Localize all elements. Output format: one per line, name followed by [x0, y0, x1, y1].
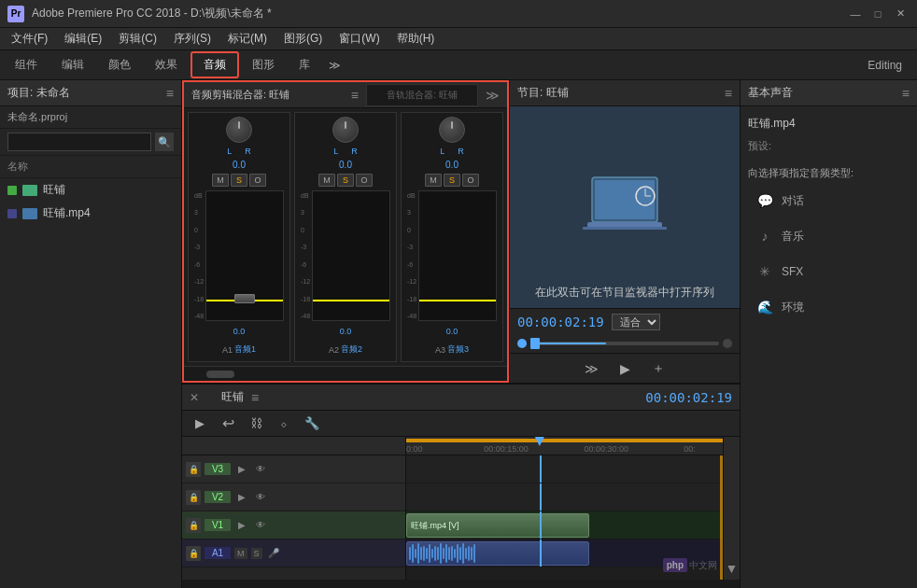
selection-tool-button[interactable]: ▶: [190, 413, 210, 434]
menu-clip[interactable]: 剪辑(C): [111, 29, 164, 49]
audio-mixer-panel: 音频剪辑混合器: 旺铺 ≡ 音轨混合器: 旺铺 ≫ L R 0.0 M: [182, 80, 509, 383]
fader-track-2[interactable]: [312, 190, 390, 321]
timeline-close-icon[interactable]: ✕: [190, 391, 199, 404]
track-header-v1: 🔒 V1 ▶ 👁: [182, 511, 405, 539]
a1-solo-button[interactable]: S: [251, 548, 262, 559]
playhead-circle-right[interactable]: [723, 339, 732, 348]
razor-tool-button[interactable]: 🔧: [302, 413, 322, 434]
channel-3-knob[interactable]: [439, 117, 465, 143]
scroll-thumb[interactable]: [206, 371, 234, 378]
tab-color[interactable]: 颜色: [97, 53, 142, 77]
dialog-icon: 💬: [755, 191, 774, 210]
tab-audio[interactable]: 音频: [190, 51, 239, 78]
audio-type-ambience[interactable]: 🌊 环境: [748, 292, 910, 322]
menu-graphics[interactable]: 图形(G): [276, 29, 330, 49]
v2-lock-button[interactable]: 🔒: [186, 490, 201, 505]
project-panel-menu-icon[interactable]: ≡: [166, 86, 174, 101]
channel-2-solo[interactable]: S: [337, 174, 354, 187]
essential-sound-header: 基本声音 ≡: [741, 80, 917, 106]
transport-play-button[interactable]: ▶: [614, 357, 636, 380]
tab-edit[interactable]: 编辑: [50, 53, 95, 77]
project-search-input[interactable]: [7, 133, 151, 151]
track-header-v3: 🔒 V3 ▶ 👁: [182, 455, 405, 483]
playhead-circle-left[interactable]: [517, 339, 527, 348]
timeline-menu-icon[interactable]: ≡: [251, 390, 259, 405]
channel-1-knob[interactable]: [226, 117, 252, 143]
track-header-v2: 🔒 V2 ▶ 👁: [182, 483, 405, 511]
program-monitor-panel: 节目: 旺铺 ≡: [509, 80, 740, 383]
channel-2-output[interactable]: O: [356, 174, 373, 187]
tabs-more-button[interactable]: ≫: [323, 55, 346, 76]
transport-add-button[interactable]: ＋: [647, 357, 670, 380]
minimize-button[interactable]: —: [846, 5, 865, 23]
v2-eye-button[interactable]: 👁: [253, 490, 268, 505]
menu-marker[interactable]: 标记(M): [220, 29, 275, 49]
php-site-text: 中文网: [689, 559, 717, 572]
channel-3-buttons: M S O: [425, 174, 479, 187]
monitor-playhead-slider[interactable]: [530, 342, 719, 345]
audio-type-sfx[interactable]: ✳ SFX: [748, 257, 910, 287]
fader-scale-3: dB 3 0 -3 -6 -12 -18 -48: [407, 190, 416, 321]
maximize-button[interactable]: □: [868, 5, 887, 23]
close-button[interactable]: ✕: [891, 5, 910, 23]
v2-track-icon[interactable]: ▶: [234, 490, 249, 505]
channel-3-solo[interactable]: S: [444, 174, 460, 187]
v3-track-icon[interactable]: ▶: [234, 462, 249, 477]
menu-sequence[interactable]: 序列(S): [166, 29, 219, 49]
channel-1-label: A1 音频1: [220, 342, 258, 357]
channel-1-output[interactable]: O: [249, 174, 266, 187]
audio-type-dialog[interactable]: 💬 对话: [748, 186, 910, 216]
audio-type-music[interactable]: ♪ 音乐: [748, 221, 910, 251]
project-search-button[interactable]: 🔍: [155, 133, 174, 151]
video-clip-v1[interactable]: 旺铺.mp4 [V]: [406, 513, 589, 538]
channel-2-knob[interactable]: [332, 117, 359, 143]
v1-lock-button[interactable]: 🔒: [186, 518, 201, 533]
list-item[interactable]: 旺铺: [0, 178, 181, 202]
menu-help[interactable]: 帮助(H): [389, 29, 443, 49]
tab-graphics[interactable]: 图形: [241, 53, 286, 77]
channel-3-output[interactable]: O: [462, 174, 479, 187]
v3-eye-button[interactable]: 👁: [253, 462, 268, 477]
monitor-menu-icon[interactable]: ≡: [725, 86, 732, 101]
audio-mixer-menu-icon[interactable]: ≡: [351, 88, 359, 103]
tab-effects[interactable]: 效果: [144, 53, 189, 77]
transport-forward-button[interactable]: ≫: [580, 357, 602, 380]
channel-2-mute[interactable]: M: [318, 174, 335, 187]
tab-assembly[interactable]: 组件: [4, 53, 49, 77]
mixer-scrollbar[interactable]: [184, 366, 507, 381]
channel-3-name: 音频3: [447, 343, 469, 356]
essential-sound-title: 基本声音: [748, 85, 902, 101]
window-title: Adobe Premiere Pro CC 2018 - D:\视频\未命名 *: [32, 6, 839, 21]
v1-eye-button[interactable]: 👁: [253, 518, 268, 533]
channel-3-mute[interactable]: M: [425, 174, 442, 187]
timeline-scroll-down[interactable]: ▼: [726, 561, 739, 576]
menu-edit[interactable]: 编辑(E): [57, 29, 109, 49]
channel-1-fader: dB 3 0 -3 -6 -12 -18 -48: [190, 190, 288, 321]
v1-track-icon[interactable]: ▶: [234, 518, 249, 533]
fader-track-3[interactable]: [418, 190, 497, 321]
back-tool-button[interactable]: ↩: [218, 413, 238, 434]
link-tool-button[interactable]: ⛓: [246, 413, 266, 434]
essential-sound-menu-icon[interactable]: ≡: [902, 86, 910, 101]
editing-workspace-label[interactable]: Editing: [856, 55, 913, 76]
a1-mute-button[interactable]: M: [234, 548, 247, 559]
monitor-bottom-caption: 在此双击可在节目监视器中打开序列: [535, 285, 714, 301]
channel-1-solo[interactable]: S: [231, 174, 247, 187]
fader-track-1[interactable]: [205, 190, 284, 321]
fader-handle-1[interactable]: [234, 294, 255, 303]
list-item[interactable]: 旺铺.mp4: [0, 202, 181, 225]
mixer-expand-icon[interactable]: ≫: [486, 88, 500, 103]
audio-clip-a1[interactable]: [406, 541, 589, 566]
channel-1-lr: L R: [227, 147, 257, 156]
menu-window[interactable]: 窗口(W): [332, 29, 387, 49]
monitor-fit-dropdown[interactable]: 适合: [612, 314, 660, 330]
channel-1-mute[interactable]: M: [212, 174, 229, 187]
v3-lock-button[interactable]: 🔒: [186, 462, 201, 477]
marker-tool-button[interactable]: ⬦: [274, 413, 294, 434]
php-badge: php: [663, 558, 687, 572]
tab-library[interactable]: 库: [288, 53, 321, 77]
menu-file[interactable]: 文件(F): [4, 29, 55, 49]
a1-lock-button[interactable]: 🔒: [186, 546, 201, 561]
channel-3-lr: L R: [440, 147, 470, 156]
channel-3-fader: dB 3 0 -3 -6 -12 -18 -48: [403, 190, 501, 321]
